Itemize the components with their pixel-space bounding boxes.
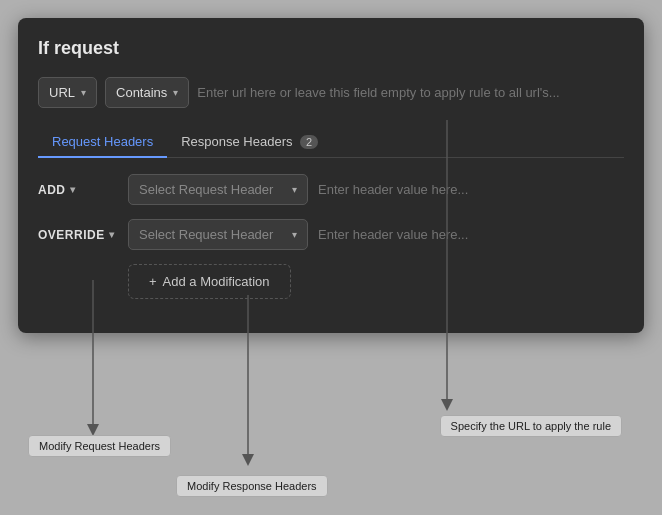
add-modification-button[interactable]: + Add a Modification xyxy=(128,264,291,299)
override-header-row: OVERRIDE ▾ Select Request Header ▾ xyxy=(38,219,624,250)
add-header-select[interactable]: Select Request Header ▾ xyxy=(128,174,308,205)
modify-request-annotation: Modify Request Headers xyxy=(28,435,171,457)
url-condition-dropdown[interactable]: Contains ▾ xyxy=(105,77,189,108)
override-header-value-input[interactable] xyxy=(318,227,624,242)
card-title: If request xyxy=(38,38,624,59)
add-label: ADD ▾ xyxy=(38,183,118,197)
chevron-down-icon: ▾ xyxy=(292,184,297,195)
url-type-dropdown[interactable]: URL ▾ xyxy=(38,77,97,108)
chevron-down-icon: ▾ xyxy=(109,229,115,240)
url-condition-label: Contains xyxy=(116,85,167,100)
chevron-down-icon: ▾ xyxy=(70,184,76,195)
url-row: URL ▾ Contains ▾ xyxy=(38,77,624,108)
override-label: OVERRIDE ▾ xyxy=(38,228,118,242)
url-type-label: URL xyxy=(49,85,75,100)
response-headers-badge: 2 xyxy=(300,135,318,149)
tab-request-headers[interactable]: Request Headers xyxy=(38,126,167,157)
tab-response-headers[interactable]: Response Headers 2 xyxy=(167,126,332,157)
chevron-down-icon: ▾ xyxy=(173,87,178,98)
tabs-row: Request Headers Response Headers 2 xyxy=(38,126,624,158)
url-input[interactable] xyxy=(197,85,624,100)
specify-url-annotation: Specify the URL to apply the rule xyxy=(440,415,622,437)
main-card: If request URL ▾ Contains ▾ Request Head… xyxy=(18,18,644,333)
chevron-down-icon: ▾ xyxy=(81,87,86,98)
plus-icon: + xyxy=(149,274,157,289)
override-header-select[interactable]: Select Request Header ▾ xyxy=(128,219,308,250)
add-header-value-input[interactable] xyxy=(318,182,624,197)
chevron-down-icon: ▾ xyxy=(292,229,297,240)
add-header-row: ADD ▾ Select Request Header ▾ xyxy=(38,174,624,205)
modify-response-annotation: Modify Response Headers xyxy=(176,475,328,497)
headers-content: ADD ▾ Select Request Header ▾ OVERRIDE ▾… xyxy=(38,158,624,309)
